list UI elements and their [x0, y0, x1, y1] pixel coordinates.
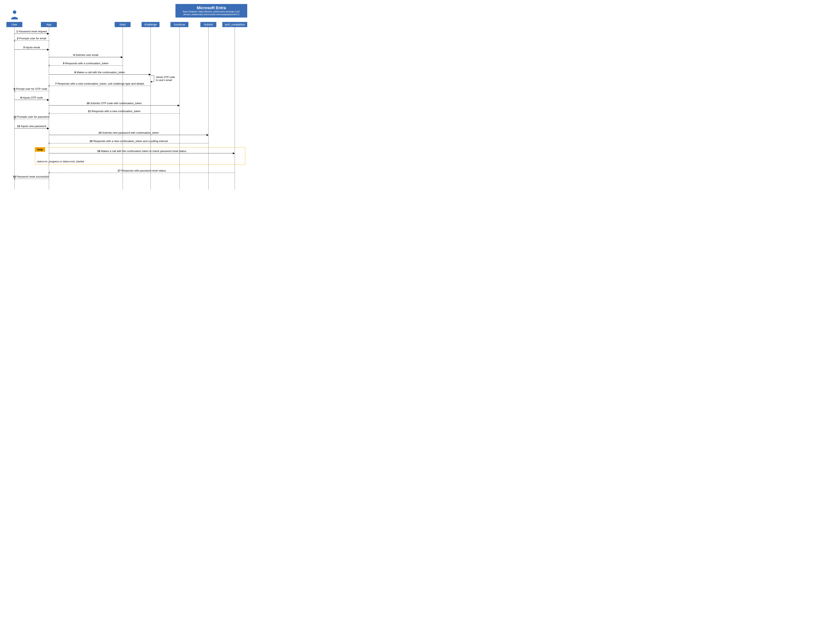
- msg-10: 10 Submits OTP code with continuation_to…: [49, 102, 179, 105]
- msg-4: 4 Submits user email: [49, 54, 123, 57]
- msg-8: 8 Prompt user for OTP code: [12, 87, 49, 90]
- msg-7: 7 Responds with a new continuation_token…: [49, 82, 151, 85]
- arrow-3: [15, 49, 49, 50]
- msg-6: 6 Makes a call with the continuation_tok…: [49, 71, 151, 74]
- msg-15: 15 Responds with a new continuation_toke…: [49, 140, 208, 143]
- header-sub2: {tenant_subdomain}.onmicrosoft.com/reset…: [178, 13, 244, 16]
- participant-continue: /continue: [171, 22, 188, 27]
- lifeline-continue: [179, 27, 180, 189]
- header-sub1: Base Endpoint: https://{tenant_subdomain…: [178, 10, 244, 13]
- participant-challenge: /challenge: [141, 22, 159, 27]
- arrow-10: [49, 105, 179, 106]
- arrow-18: [15, 179, 49, 179]
- msg-3: 3 Inputs email: [15, 46, 49, 49]
- msg-9: 9 Inputs OTP code: [15, 96, 49, 99]
- msg-12: 12 Prompts user for password: [12, 115, 51, 118]
- msg-17: 17 Responds with password reset status: [49, 169, 235, 172]
- self-note: Sends OTP codeto user's email: [156, 76, 175, 82]
- header-box: Microsoft Entra Base Endpoint: https://{…: [175, 4, 247, 18]
- participant-app: App: [41, 22, 57, 27]
- svg-point-0: [13, 10, 16, 14]
- msg-1: 1 Password reset request: [15, 30, 49, 33]
- arrow-7: [49, 86, 151, 86]
- participant-poll: /poll_completion: [222, 22, 247, 27]
- user-icon: [10, 10, 19, 20]
- loop-tag: loop: [35, 147, 45, 152]
- participant-submit: /submit: [200, 22, 216, 27]
- header-title: Microsoft Entra: [178, 6, 244, 10]
- arrow-4: [49, 57, 123, 57]
- msg-18: 18 Password reset successful!: [11, 175, 50, 178]
- msg-5: 5 Responds with a continuation_token: [49, 62, 123, 65]
- sequence-diagram: Microsoft Entra Base Endpoint: https://{…: [4, 4, 247, 189]
- participant-start: /start: [115, 22, 131, 27]
- msg-14: 14 Submits new password with continuatio…: [49, 131, 208, 134]
- msg-13: 13 Inputs new password: [15, 125, 49, 128]
- participant-user: User: [6, 22, 22, 27]
- arrow-13: [15, 128, 49, 128]
- msg-2: 2 Prompts user for email: [15, 37, 49, 40]
- loop-condition: status=in_progress or status=not_started: [37, 160, 84, 163]
- arrow-5: [49, 65, 123, 66]
- arrow-11: [49, 113, 179, 114]
- arrow-15: [49, 143, 208, 143]
- msg-11: 11 Responds with a new continuation_toke…: [49, 110, 179, 113]
- msg-16: 16 Makes a call with the continuation to…: [49, 150, 235, 153]
